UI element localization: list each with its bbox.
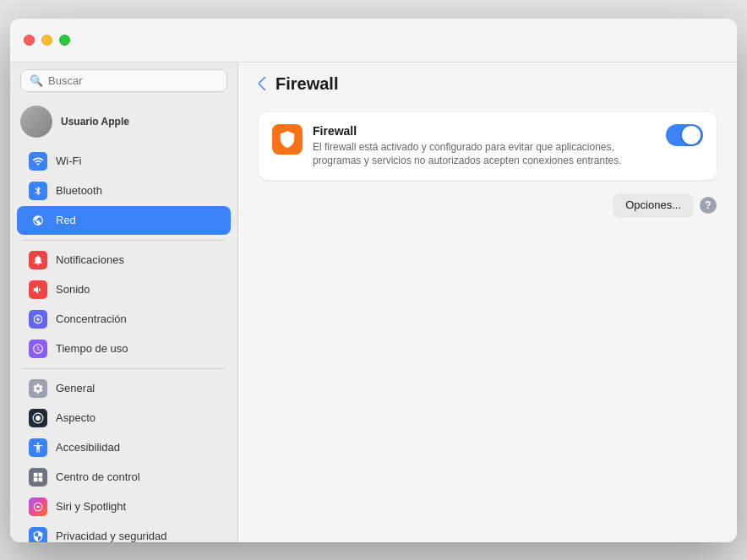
close-button[interactable] xyxy=(24,35,35,46)
avatar xyxy=(20,106,52,138)
help-button[interactable]: ? xyxy=(700,197,717,214)
firewall-icon xyxy=(272,124,303,155)
sidebar-item-label-privacy: Privacidad y seguridad xyxy=(56,530,167,542)
detail-header: Firewall xyxy=(238,63,737,106)
traffic-lights xyxy=(10,35,238,46)
sidebar-item-label-general: General xyxy=(56,382,95,394)
sidebar-item-label-focus: Concentración xyxy=(56,313,127,325)
firewall-description: El firewall está activado y configurado … xyxy=(313,140,651,169)
sidebar-item-label-accessibility: Accesibilidad xyxy=(56,441,120,454)
sidebar-item-privacy[interactable]: Privacidad y seguridad xyxy=(17,522,231,542)
page-title: Firewall xyxy=(275,74,338,94)
options-row: Opciones... ? xyxy=(259,193,717,216)
sidebar-item-label-network: Red xyxy=(56,214,76,226)
main-content: 🔍 Usuario Apple Wi-Fi xyxy=(10,63,737,542)
sidebar-item-label-sound: Sonido xyxy=(56,283,90,296)
sidebar-item-general[interactable]: General xyxy=(17,374,231,403)
siri-icon xyxy=(29,497,47,516)
sidebar-item-network[interactable]: Red xyxy=(17,206,231,235)
sidebar-item-focus[interactable]: Concentración xyxy=(17,305,231,334)
search-icon: 🔍 xyxy=(30,74,43,87)
sidebar-list: Wi-Fi Bluetooth xyxy=(10,143,237,542)
search-wrapper[interactable]: 🔍 xyxy=(20,69,227,92)
sidebar-item-notifications[interactable]: Notificaciones xyxy=(17,246,231,275)
options-button[interactable]: Opciones... xyxy=(613,193,693,216)
sidebar-item-label-screentime: Tiempo de uso xyxy=(56,342,128,355)
search-input[interactable] xyxy=(48,74,218,87)
appearance-icon xyxy=(29,409,47,427)
sidebar-item-label-appearance: Aspecto xyxy=(56,411,95,424)
search-bar: 🔍 xyxy=(10,63,237,99)
user-name: Usuario Apple xyxy=(61,116,227,128)
sidebar: 🔍 Usuario Apple Wi-Fi xyxy=(10,63,238,542)
divider-1 xyxy=(22,240,226,241)
toggle-track xyxy=(666,124,703,146)
network-icon xyxy=(29,211,47,230)
focus-icon xyxy=(29,310,47,329)
toggle-thumb xyxy=(682,126,701,144)
controlcenter-icon xyxy=(29,468,47,487)
firewall-info: Firewall El firewall está activado y con… xyxy=(313,124,656,169)
sidebar-item-accessibility[interactable]: Accesibilidad xyxy=(17,433,231,462)
sidebar-item-sound[interactable]: Sonido xyxy=(17,275,231,304)
privacy-icon xyxy=(29,527,47,542)
screentime-icon xyxy=(29,340,47,358)
sidebar-item-label-notifications: Notificaciones xyxy=(56,253,124,266)
minimize-button[interactable] xyxy=(41,35,52,46)
sidebar-item-bluetooth[interactable]: Bluetooth xyxy=(17,177,231,205)
sound-icon xyxy=(29,280,47,299)
back-button[interactable] xyxy=(259,77,267,90)
sidebar-item-controlcenter[interactable]: Centro de control xyxy=(17,463,231,492)
sidebar-item-label-bluetooth: Bluetooth xyxy=(56,184,102,197)
firewall-name: Firewall xyxy=(313,124,656,138)
svg-point-1 xyxy=(35,416,41,421)
wifi-icon xyxy=(29,152,47,171)
detail-panel: Firewall Firewall El firewall está activ… xyxy=(238,63,737,542)
maximize-button[interactable] xyxy=(59,35,70,46)
user-section: Usuario Apple xyxy=(10,99,237,143)
notifications-icon xyxy=(29,251,47,269)
sidebar-item-appearance[interactable]: Aspecto xyxy=(17,404,231,432)
divider-2 xyxy=(22,368,226,369)
sidebar-item-wifi[interactable]: Wi-Fi xyxy=(17,147,231,176)
titlebar xyxy=(10,19,737,63)
sidebar-item-label-controlcenter: Centro de control xyxy=(56,470,140,483)
sidebar-item-siri[interactable]: Siri y Spotlight xyxy=(17,492,231,521)
general-icon xyxy=(29,379,47,398)
user-info: Usuario Apple xyxy=(61,116,227,128)
main-window: 🔍 Usuario Apple Wi-Fi xyxy=(10,19,737,542)
bluetooth-icon xyxy=(29,182,47,200)
sidebar-item-label-wifi: Wi-Fi xyxy=(56,155,81,167)
firewall-toggle[interactable] xyxy=(666,124,703,146)
detail-body: Firewall El firewall está activado y con… xyxy=(238,106,737,542)
sidebar-item-screentime[interactable]: Tiempo de uso xyxy=(17,334,231,363)
firewall-card: Firewall El firewall está activado y con… xyxy=(259,112,717,181)
sidebar-item-label-siri: Siri y Spotlight xyxy=(56,500,126,513)
accessibility-icon xyxy=(29,438,47,457)
